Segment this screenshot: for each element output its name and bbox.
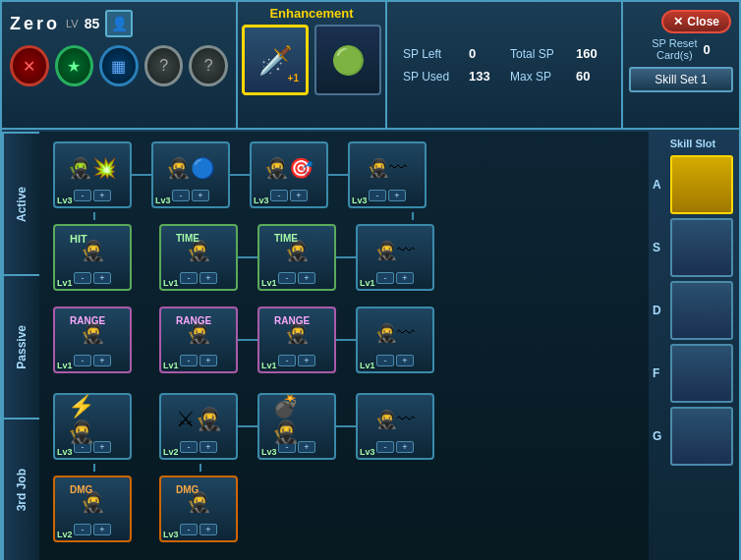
skill-minus-1-2[interactable]: - [172, 190, 190, 201]
skill-minus-3-2[interactable]: - [180, 355, 198, 366]
slot-a-item: A [653, 155, 733, 214]
skill-minus-4-2[interactable]: - [180, 441, 198, 453]
skill-plus-2-1[interactable]: + [93, 272, 111, 284]
action-button[interactable]: ★ [55, 45, 94, 86]
skill-card-2-2[interactable]: TIME 🥷 Lv1 - + [159, 224, 238, 291]
skill-minus-2-4[interactable]: - [376, 272, 394, 284]
skill-controls-1-2: - + [172, 190, 209, 201]
skill-slot-panel: Skill Slot A S D F G [645, 132, 739, 560]
connector-h-4-3 [336, 425, 356, 427]
skill-plus-3-4[interactable]: + [396, 355, 414, 366]
skill-card-2-4[interactable]: 🥷〰 Lv1 - + [356, 224, 434, 291]
top-bar: Zero LV 85 👤 ✕ ★ ▦ ? ? Enhancement 🗡️ [2, 2, 739, 130]
slot-g-box[interactable] [670, 407, 733, 466]
skill-plus-5-2[interactable]: + [200, 524, 217, 535]
skill-range-label-3: RANGE [274, 315, 310, 326]
skill-card-1-1[interactable]: 🥷💥 Lv3 - + [53, 141, 132, 208]
char-name-row: Zero LV 85 👤 [10, 10, 228, 37]
skill-plus-3-1[interactable]: + [93, 355, 111, 366]
slot-s-label: S [653, 241, 666, 254]
v-conn-2-4 [373, 295, 452, 303]
skill-card-4-1[interactable]: ⚡🥷 Lv3 - + [53, 393, 132, 460]
tab-3rdjob[interactable]: 3rd Job [2, 420, 39, 560]
skill-plus-4-4[interactable]: + [396, 441, 414, 453]
skill-card-5-3 [265, 476, 344, 542]
skill-minus-4-4[interactable]: - [376, 441, 394, 453]
skill-card-4-2[interactable]: ⚔🥷 Lv2 - + [159, 393, 238, 460]
conn-spacer-1 [136, 212, 159, 220]
tab-active[interactable]: Active [2, 132, 39, 276]
conn-spacer-4b [242, 464, 265, 472]
close-x-icon: ✕ [673, 15, 683, 28]
help-button-2[interactable]: ? [189, 45, 228, 86]
skill-lv-3-4: Lv1 [360, 361, 375, 370]
enhancement-slot-2[interactable]: 🟢 [314, 25, 381, 95]
tab-passive[interactable]: Passive [2, 276, 39, 419]
close-label: Close [687, 15, 719, 28]
skill-minus-2-1[interactable]: - [74, 272, 91, 284]
tab-passive-label: Passive [15, 325, 28, 369]
skill-card-4-4[interactable]: 🥷〰 Lv3 - + [356, 393, 434, 460]
close-button[interactable]: ✕ Close [661, 10, 731, 33]
slot-d-box[interactable] [670, 281, 733, 340]
conn-spacer-2b [242, 295, 265, 303]
skill-icon-2-3: TIME 🥷 [272, 231, 321, 270]
enhancement-slots: 🗡️ +1 🟢 [242, 25, 381, 95]
slot-f-box[interactable] [670, 344, 733, 403]
sp-section: SP Left 0 Total SP 160 SP Used 133 Max S… [387, 2, 623, 128]
help-button-1[interactable]: ? [144, 45, 184, 86]
enhancement-title: Enhancement [269, 6, 353, 21]
skill-minus-1-4[interactable]: - [369, 190, 386, 201]
skill-card-3-4[interactable]: 🥷〰 Lv1 - + [356, 307, 434, 373]
skill-card-2-1[interactable]: HIT 🥷 Lv1 - + [53, 224, 132, 291]
skill-card-1-4[interactable]: 🥷〰 Lv3 - + [348, 141, 427, 208]
v-conn-1-1 [55, 212, 134, 220]
skill-card-1-2[interactable]: 🥷🔵 Lv3 - + [151, 141, 230, 208]
skill-plus-3-3[interactable]: + [298, 355, 315, 366]
skill-card-3-2[interactable]: RANGE 🥷 Lv1 - + [159, 307, 238, 373]
skill-icon-4-2: ⚔🥷 [174, 400, 223, 439]
skill-plus-1-2[interactable]: + [192, 190, 209, 201]
conn-spacer-4a [136, 464, 159, 472]
skill-minus-3-3[interactable]: - [278, 355, 296, 366]
skill-card-3-3[interactable]: RANGE 🥷 Lv1 - + [257, 307, 336, 373]
skill-dmg-label-1: DMG [70, 484, 92, 495]
skill-plus-2-4[interactable]: + [396, 272, 414, 284]
skill-plus-1-4[interactable]: + [388, 190, 406, 201]
skill-minus-2-2[interactable]: - [180, 272, 198, 284]
skill-card-4-3[interactable]: 💣🥷 Lv3 - + [257, 393, 336, 460]
slot-s-box[interactable] [670, 218, 733, 277]
skill-minus-1-3[interactable]: - [270, 190, 288, 201]
skill-icon-4-4: 🥷〰 [370, 400, 420, 439]
skill-plus-2-3[interactable]: + [298, 272, 315, 284]
grid-button[interactable]: ▦ [99, 45, 139, 86]
avatar-icon: 👤 [105, 10, 133, 37]
skill-controls-3-1: - + [74, 355, 111, 366]
skill-card-2-3[interactable]: TIME 🥷 Lv1 - + [257, 224, 336, 291]
skill-plus-3-2[interactable]: + [200, 355, 217, 366]
skill-plus-4-2[interactable]: + [200, 441, 217, 453]
skill-card-1-3[interactable]: 🥷🎯 Lv3 - + [250, 141, 328, 208]
skill-minus-3-1[interactable]: - [74, 355, 91, 366]
skill-plus-2-2[interactable]: + [200, 272, 217, 284]
skill-minus-1-1[interactable]: - [74, 190, 91, 201]
skill-minus-5-1[interactable]: - [74, 524, 91, 535]
skill-plus-5-1[interactable]: + [93, 524, 111, 535]
skill-set-button[interactable]: Skill Set 1 [629, 67, 733, 92]
sp-left-row: SP Left 0 Total SP 160 [403, 46, 605, 61]
skill-plus-1-1[interactable]: + [93, 190, 111, 201]
enhancement-slot-1[interactable]: 🗡️ +1 [242, 25, 309, 95]
skill-minus-2-3[interactable]: - [278, 272, 296, 284]
skill-minus-5-2[interactable]: - [180, 524, 198, 535]
skill-card-5-1[interactable]: DMG 🥷 Lv2 - + [53, 476, 132, 542]
slot-a-box[interactable] [670, 155, 733, 214]
skill-minus-3-4[interactable]: - [376, 355, 394, 366]
skill-card-5-2[interactable]: DMG 🥷 Lv3 - + [159, 476, 238, 542]
skill-card-3-1[interactable]: RANGE 🥷 Lv1 - + [53, 307, 132, 373]
skill-sprite-1-4: 🥷〰 [368, 157, 407, 179]
skill-lv-3-1: Lv1 [57, 361, 73, 370]
slot-d-label: D [653, 304, 666, 317]
skill-range-label-2: RANGE [176, 315, 211, 326]
skill-plus-1-3[interactable]: + [290, 190, 308, 201]
delete-skill-button[interactable]: ✕ [10, 45, 49, 86]
